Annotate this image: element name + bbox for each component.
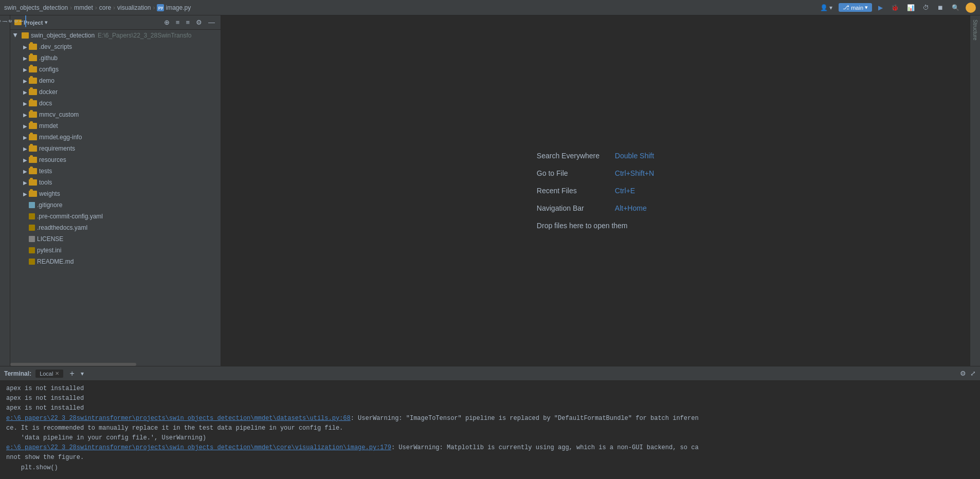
terminal-tab-local[interactable]: Local ✕ [35, 370, 63, 378]
tree-item-github[interactable]: ▶ .github [10, 52, 221, 64]
item-label-weights: weights [39, 190, 60, 197]
tree-item-mmcv-custom[interactable]: ▶ mmcv_custom [10, 109, 221, 120]
icon-readme [29, 259, 35, 265]
folder-icon-tools [29, 179, 37, 186]
terminal-add-button[interactable]: + [67, 369, 76, 378]
arrow-demo: ▶ [22, 77, 29, 84]
stop-button[interactable]: ⏹ [935, 3, 946, 12]
terminal-line-2: apex is not installed [6, 394, 974, 403]
arrow-dev-scripts: ▶ [22, 43, 29, 50]
item-label-pytest: pytest.ini [37, 247, 61, 254]
terminal-maximize-button[interactable]: ⤢ [970, 370, 976, 377]
breadcrumb-item-mmdet[interactable]: mmdet [74, 4, 93, 11]
breadcrumb-sep-4: › [153, 4, 155, 11]
nav-bar-shortcut[interactable]: Alt+Home [615, 204, 647, 212]
nav-bar-label: Navigation Bar [537, 204, 609, 212]
item-label-docker: docker [39, 88, 58, 96]
search-everywhere-shortcut[interactable]: Double Shift [615, 152, 654, 160]
tree-item-demo[interactable]: ▶ demo [10, 75, 221, 86]
item-label-github: .github [39, 54, 58, 62]
user-avatar [966, 3, 976, 13]
tree-item-requirements[interactable]: ▶ requirements [10, 143, 221, 154]
drop-hint-text: Drop files here to open them [537, 222, 628, 230]
folder-icon-docker [29, 89, 37, 95]
user-button[interactable]: 👤 ▾ [818, 3, 834, 12]
tree-item-docker[interactable]: ▶ docker [10, 86, 221, 98]
tree-item-readme[interactable]: README.md [10, 256, 221, 267]
terminal-text-8: nnot show the figure. [6, 454, 84, 461]
sidebar-title-dropdown[interactable]: ▾ [45, 20, 47, 25]
search-everywhere-label: Search Everywhere [537, 152, 609, 160]
folder-icon-configs [29, 66, 37, 72]
folder-icon-weights [29, 191, 37, 197]
file-tree[interactable]: ▶ swin_objects_detection E:\6_Papers\22_… [10, 30, 221, 363]
project-root-item[interactable]: ▶ swin_objects_detection E:\6_Papers\22_… [10, 30, 221, 41]
icon-gitignore [29, 202, 35, 208]
terminal-line-9: plt.show() [6, 463, 974, 473]
sidebar-tool-flatten[interactable]: ≡ [174, 18, 182, 27]
tree-item-weights[interactable]: ▶ weights [10, 188, 221, 199]
folder-icon-mmdet-egg [29, 134, 37, 140]
breadcrumb: swin_objects_detection › mmdet › core › … [4, 4, 191, 11]
arrow-mmcv-custom: ▶ [22, 111, 29, 118]
tree-item-mmdet-egg[interactable]: ▶ mmdet.egg-info [10, 132, 221, 143]
recent-files-shortcut[interactable]: Ctrl+E [615, 187, 635, 195]
run-button[interactable]: ▶ [876, 3, 885, 12]
folder-icon-demo [29, 78, 37, 84]
hint-nav-bar: Navigation Bar Alt+Home [537, 204, 647, 212]
vtab-structure[interactable]: Structure [971, 15, 979, 45]
breadcrumb-item-core[interactable]: core [99, 4, 111, 11]
terminal-label: Terminal: [4, 370, 31, 377]
tree-item-resources[interactable]: ▶ resources [10, 154, 221, 165]
coverage-button[interactable]: 📊 [905, 3, 917, 12]
tree-item-dev-scripts[interactable]: ▶ .dev_scripts [10, 41, 221, 52]
terminal-text-2: apex is not installed [6, 395, 84, 402]
icon-precommit [29, 213, 35, 219]
terminal-text-5: ce. It is recommended to manually replac… [6, 425, 343, 432]
item-label-mmcv-custom: mmcv_custom [39, 111, 79, 118]
sidebar-tool-minimize[interactable]: — [207, 18, 216, 27]
vtab-project[interactable]: Project [0, 15, 26, 27]
profile-button[interactable]: ⏱ [921, 3, 931, 12]
sidebar-tool-collapse-all[interactable]: ⊕ [162, 18, 171, 27]
terminal-dropdown-button[interactable]: ▾ [81, 370, 84, 377]
item-label-mmdet-egg: mmdet.egg-info [39, 134, 82, 141]
terminal-link-2[interactable]: e:\6_papers\22_3_28swintransformer\proje… [6, 444, 391, 451]
tree-item-license[interactable]: LICENSE [10, 233, 221, 245]
breadcrumb-item-visualization[interactable]: visualization [117, 4, 151, 11]
sidebar-header: Project ▾ ⊕ ≡ ≡ ⚙ — [10, 15, 221, 30]
arrow-configs: ▶ [22, 66, 29, 73]
tree-item-gitignore[interactable]: .gitignore [10, 199, 221, 211]
tree-item-configs[interactable]: ▶ configs [10, 64, 221, 75]
terminal-content[interactable]: apex is not installed apex is not instal… [0, 381, 980, 479]
terminal-settings-button[interactable]: ⚙ [960, 370, 966, 377]
top-bar-right: 👤 ▾ ⎇ main ▾ ▶ 🐞 📊 ⏱ ⏹ 🔍 [818, 3, 976, 13]
arrow-weights: ▶ [22, 190, 29, 197]
tree-item-mmdet[interactable]: ▶ mmdet [10, 120, 221, 132]
breadcrumb-item-root[interactable]: swin_objects_detection [4, 4, 68, 11]
terminal-text-3: apex is not installed [6, 404, 84, 412]
terminal-tab-close[interactable]: ✕ [55, 371, 59, 376]
right-panel-strip: Structure [970, 15, 980, 366]
terminal-link-1[interactable]: e:\6_papers\22_3_28swintransformer\proje… [6, 415, 351, 422]
root-path: E:\6_Papers\22_3_28SwinTransfo [98, 32, 191, 39]
branch-selector[interactable]: ⎇ main ▾ [839, 3, 872, 12]
terminal-line-empty [6, 473, 974, 479]
item-label-resources: resources [39, 156, 66, 163]
item-label-gitignore: .gitignore [37, 201, 62, 209]
search-everywhere-button[interactable]: 🔍 [950, 3, 961, 12]
sidebar-tool-sort[interactable]: ≡ [184, 18, 191, 27]
tree-item-docs[interactable]: ▶ docs [10, 98, 221, 109]
sidebar-tool-settings[interactable]: ⚙ [194, 18, 204, 27]
tree-item-tools[interactable]: ▶ tools [10, 177, 221, 188]
tree-item-pytest[interactable]: pytest.ini [10, 245, 221, 256]
terminal-line-6: 'data pipeline in your config file.', Us… [6, 433, 974, 443]
tree-item-readthedocs[interactable]: .readthedocs.yaml [10, 222, 221, 233]
breadcrumb-sep-2: › [95, 4, 97, 11]
arrow-docker: ▶ [22, 88, 29, 96]
debug-button[interactable]: 🐞 [889, 3, 901, 12]
hint-goto-file: Go to File Ctrl+Shift+N [537, 169, 654, 177]
goto-file-shortcut[interactable]: Ctrl+Shift+N [615, 169, 654, 177]
tree-item-tests[interactable]: ▶ tests [10, 165, 221, 177]
tree-item-precommit[interactable]: .pre-commit-config.yaml [10, 211, 221, 222]
